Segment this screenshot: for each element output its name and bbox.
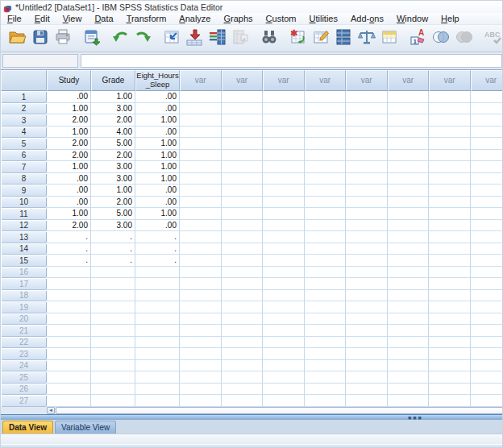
data-cell[interactable]: .00 [47, 197, 91, 209]
empty-cell[interactable] [263, 243, 305, 255]
data-cell[interactable] [47, 360, 91, 372]
split-file-button[interactable] [332, 27, 355, 51]
empty-cell[interactable] [222, 114, 264, 127]
empty-cell[interactable] [180, 371, 222, 384]
data-cell[interactable] [91, 360, 135, 372]
empty-cell[interactable] [388, 395, 430, 407]
empty-cell[interactable] [429, 185, 471, 197]
row-number[interactable]: 19 [1, 301, 47, 313]
go-to-variable-button[interactable] [183, 27, 206, 51]
empty-cell[interactable] [346, 231, 388, 243]
data-cell[interactable] [47, 371, 91, 384]
empty-cell[interactable] [263, 348, 305, 360]
row-number[interactable]: 16 [1, 267, 47, 279]
data-cell[interactable]: 3.00 [91, 103, 135, 115]
empty-cell[interactable] [222, 384, 264, 396]
empty-cell[interactable] [429, 114, 471, 127]
empty-cell[interactable] [429, 127, 471, 139]
empty-cell[interactable] [222, 197, 264, 209]
find-button[interactable] [258, 27, 281, 51]
empty-cell[interactable] [429, 173, 471, 185]
weight-cases-button[interactable] [355, 27, 378, 51]
open-data-button[interactable] [6, 27, 29, 51]
empty-cell[interactable] [346, 103, 388, 115]
save-button[interactable] [29, 27, 52, 51]
empty-cell[interactable] [180, 395, 222, 407]
data-cell[interactable] [47, 267, 91, 279]
empty-cell[interactable] [222, 325, 264, 337]
empty-cell[interactable] [180, 220, 222, 232]
empty-cell[interactable] [263, 395, 305, 407]
menu-data[interactable]: Data [88, 14, 119, 23]
empty-cell[interactable] [263, 103, 305, 115]
tab-data-view[interactable]: Data View [2, 421, 53, 433]
empty-cell[interactable] [305, 173, 347, 185]
data-cell[interactable]: 2.00 [47, 138, 91, 150]
data-cell[interactable]: 2.00 [91, 150, 135, 162]
empty-cell[interactable] [429, 220, 471, 232]
empty-cell[interactable] [388, 348, 430, 360]
empty-cell[interactable] [388, 278, 430, 290]
empty-cell[interactable] [471, 255, 503, 267]
data-cell[interactable]: 3.00 [91, 173, 135, 185]
empty-cell[interactable] [180, 325, 222, 337]
empty-cell[interactable] [471, 384, 503, 396]
empty-cell[interactable] [429, 278, 471, 290]
menu-help[interactable]: Help [434, 14, 466, 23]
empty-cell[interactable] [305, 348, 347, 360]
empty-cell[interactable] [263, 278, 305, 290]
empty-cell[interactable] [222, 173, 264, 185]
cell-editor-input[interactable] [81, 54, 502, 68]
empty-cell[interactable] [180, 197, 222, 209]
empty-cell[interactable] [180, 91, 222, 103]
empty-cell[interactable] [471, 150, 503, 162]
empty-cell[interactable] [180, 173, 222, 185]
empty-cell[interactable] [180, 114, 222, 127]
empty-cell[interactable] [388, 114, 430, 127]
value-labels-button[interactable]: 1A [406, 27, 430, 51]
empty-cell[interactable] [305, 231, 347, 243]
empty-cell[interactable] [471, 114, 503, 127]
data-cell[interactable]: 1.00 [135, 138, 180, 150]
data-cell[interactable] [135, 384, 180, 396]
data-cell[interactable] [47, 313, 91, 326]
empty-cell[interactable] [222, 231, 264, 243]
row-number[interactable]: 8 [1, 173, 47, 185]
data-cell[interactable] [135, 278, 180, 290]
data-cell[interactable] [91, 384, 135, 396]
empty-cell[interactable] [346, 325, 388, 337]
empty-cell[interactable] [305, 325, 347, 337]
empty-cell[interactable] [305, 91, 347, 103]
empty-cell[interactable] [180, 290, 222, 302]
data-cell[interactable] [91, 267, 135, 279]
data-cell[interactable]: 1.00 [135, 114, 180, 127]
empty-cell[interactable] [429, 337, 471, 349]
data-cell[interactable]: . [135, 255, 180, 267]
empty-cell[interactable] [346, 348, 388, 360]
variables-button[interactable] [206, 27, 230, 51]
empty-cell[interactable] [429, 103, 471, 115]
data-cell[interactable]: .00 [135, 220, 180, 232]
data-cell[interactable]: 1.00 [91, 91, 135, 103]
empty-cell[interactable] [388, 384, 430, 396]
data-cell[interactable] [47, 395, 91, 407]
empty-cell[interactable] [429, 267, 471, 279]
scrollbar-thumb[interactable] [56, 407, 503, 414]
empty-cell[interactable] [263, 290, 305, 302]
data-cell[interactable]: 1.00 [135, 150, 180, 162]
empty-cell[interactable] [222, 127, 264, 139]
data-cell[interactable] [91, 301, 135, 313]
column-header-var[interactable]: var [346, 70, 388, 91]
empty-cell[interactable] [263, 337, 305, 349]
empty-cell[interactable] [429, 371, 471, 384]
empty-cell[interactable] [305, 337, 347, 349]
data-cell[interactable]: 5.00 [91, 138, 135, 150]
data-cell[interactable] [47, 290, 91, 302]
empty-cell[interactable] [222, 290, 264, 302]
empty-cell[interactable] [263, 325, 305, 337]
empty-cell[interactable] [222, 337, 264, 349]
empty-cell[interactable] [346, 337, 388, 349]
empty-cell[interactable] [180, 313, 222, 326]
empty-cell[interactable] [346, 173, 388, 185]
row-number[interactable]: 24 [1, 360, 47, 372]
